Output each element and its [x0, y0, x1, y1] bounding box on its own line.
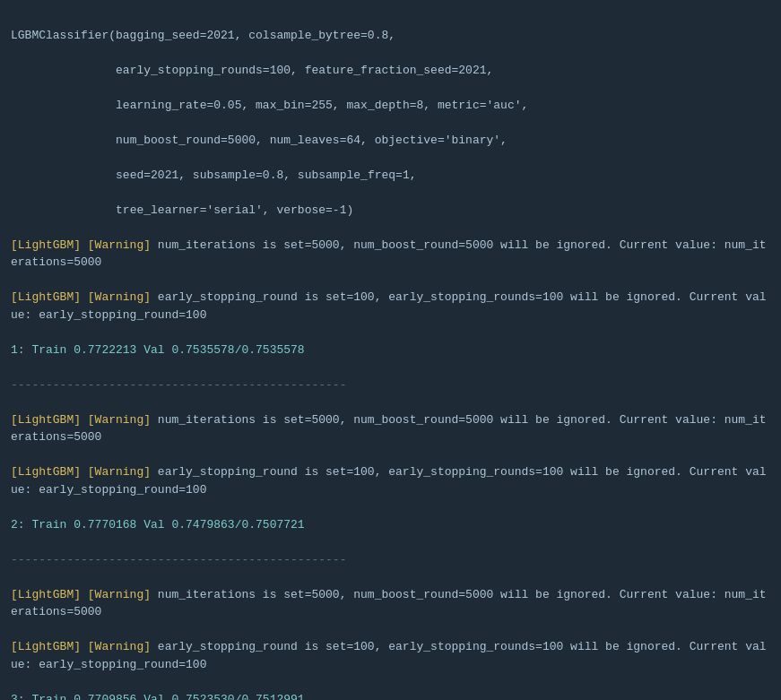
console-line-14: [LightGBM] [Warning] num_iterations is s…: [11, 586, 770, 621]
console-line-11: [LightGBM] [Warning] early_stopping_roun…: [11, 463, 770, 498]
console-line-9: ----------------------------------------…: [11, 376, 770, 394]
console-line-12: 2: Train 0.7770168 Val 0.7479863/0.75077…: [11, 516, 770, 534]
console-line-2: learning_rate=0.05, max_bin=255, max_dep…: [11, 97, 770, 115]
console-line-0: LGBMClassifier(bagging_seed=2021, colsam…: [11, 27, 770, 45]
console-line-13: ----------------------------------------…: [11, 551, 770, 569]
console-line-7: [LightGBM] [Warning] early_stopping_roun…: [11, 289, 770, 324]
console-line-15: [LightGBM] [Warning] early_stopping_roun…: [11, 638, 770, 673]
console-line-1: early_stopping_rounds=100, feature_fract…: [11, 62, 770, 80]
console-line-6: [LightGBM] [Warning] num_iterations is s…: [11, 237, 770, 272]
console-line-5: tree_learner='serial', verbose=-1): [11, 202, 770, 220]
console-line-10: [LightGBM] [Warning] num_iterations is s…: [11, 411, 770, 446]
console-line-3: num_boost_round=5000, num_leaves=64, obj…: [11, 132, 770, 150]
console-line-4: seed=2021, subsample=0.8, subsample_freq…: [11, 167, 770, 185]
console-line-16: 3: Train 0.7709856 Val 0.7523530/0.75129…: [11, 691, 770, 701]
console-output: LGBMClassifier(bagging_seed=2021, colsam…: [0, 0, 781, 700]
console-line-8: 1: Train 0.7722213 Val 0.7535578/0.75355…: [11, 341, 770, 359]
